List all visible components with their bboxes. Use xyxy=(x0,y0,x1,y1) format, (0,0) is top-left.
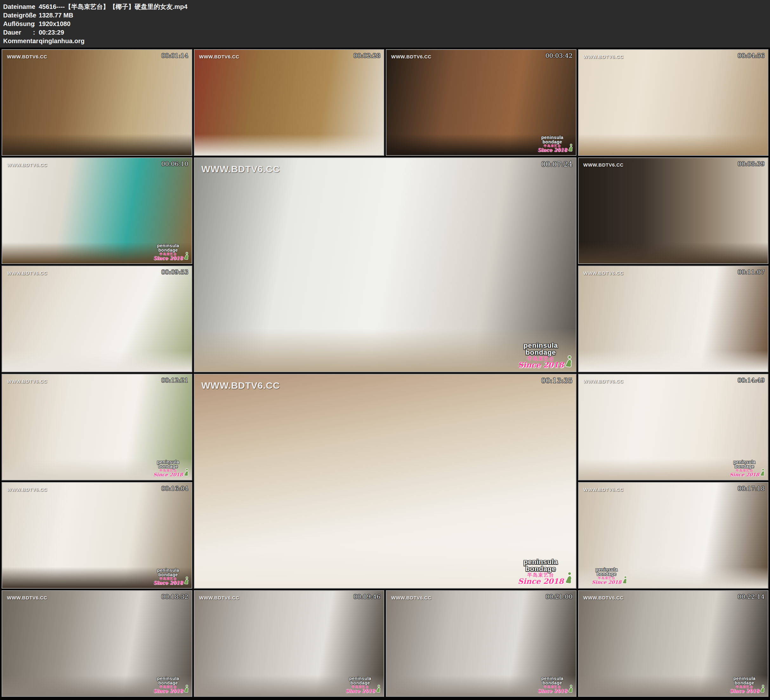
watermark-text: WWW.BDTV6.CC xyxy=(7,162,47,167)
meta-row-filename: Dateiname : 45616----【半岛束艺台】【椰子】硬盘里的女友.m… xyxy=(3,3,767,11)
logo-line-4: Since 2018 xyxy=(153,689,183,694)
meta-label: Kommentar xyxy=(3,37,33,45)
meta-colon: : xyxy=(33,3,39,11)
logo-line-4: Since 2018 xyxy=(730,473,759,477)
timestamp-overlay: 00:06:10 xyxy=(161,160,188,167)
video-thumbnail-00-02-28: WWW.BDTV6.CC 00:02:28 xyxy=(194,49,385,156)
logo-line-1: peninsula xyxy=(733,676,756,681)
file-metadata-header: Dateiname : 45616----【半岛束艺台】【椰子】硬盘里的女友.m… xyxy=(0,0,770,48)
video-thumbnail-00-08-39: WWW.BDTV6.CC 00:08:39 xyxy=(578,157,769,264)
video-thumbnail-00-04-56: WWW.BDTV6.CC 00:04:56 xyxy=(578,49,769,156)
watermark-text: WWW.BDTV6.CC xyxy=(391,595,432,600)
meta-row-filesize: Dateigröße : 1328.77 MB xyxy=(3,11,767,19)
peninsula-bondage-logo: peninsula bondage 半岛束艺台 Since 2018 xyxy=(153,676,189,694)
logo-line-4: Since 2018 xyxy=(730,689,759,694)
thumbnail-grid: WWW.BDTV6.CC 00:01:14 WWW.BDTV6.CC 00:02… xyxy=(0,48,770,698)
meta-row-resolution: Auflösung : 1920x1080 xyxy=(3,19,767,28)
logo-line-4: Since 2018 xyxy=(518,578,564,585)
timestamp-overlay: 00:14:49 xyxy=(738,377,765,384)
video-thumbnail-00-01-14: WWW.BDTV6.CC 00:01:14 xyxy=(2,49,192,156)
logo-text-block: peninsula bondage 半岛束艺台 Since 2018 xyxy=(730,676,759,694)
timestamp-overlay: 00:09:53 xyxy=(161,269,188,275)
logo-text-block: peninsula bondage 半岛束艺台 Since 2018 xyxy=(153,568,183,585)
logo-line-2: bondage xyxy=(735,464,754,469)
video-thumbnail-00-07-24: WWW.BDTV6.CC 00:07:24 peninsula bondage … xyxy=(194,157,576,372)
watermark-text: WWW.BDTV6.CC xyxy=(7,271,47,276)
watermark-text: WWW.BDTV6.CC xyxy=(199,54,239,59)
timestamp-overlay: 00:17:18 xyxy=(738,485,765,492)
meta-value-filesize: 1328.77 MB xyxy=(39,11,767,19)
meta-value-resolution: 1920x1080 xyxy=(39,19,767,28)
watermark-text: WWW.BDTV6.CC xyxy=(584,162,624,167)
kneeling-figure-icon xyxy=(565,355,573,369)
kneeling-figure-icon xyxy=(568,143,573,152)
logo-line-1: peninsula xyxy=(595,567,618,572)
logo-line-1: peninsula xyxy=(349,676,372,681)
watermark-text: WWW.BDTV6.CC xyxy=(391,54,432,59)
timestamp-overlay: 00:11:07 xyxy=(738,269,765,275)
timestamp-overlay: 00:01:14 xyxy=(161,52,188,59)
logo-line-4: Since 2018 xyxy=(153,256,183,261)
logo-line-1: peninsula xyxy=(157,460,179,464)
video-thumbnail-00-16-04: WWW.BDTV6.CC 00:16:04 peninsula bondage … xyxy=(2,482,192,589)
watermark-text: WWW.BDTV6.CC xyxy=(7,379,47,384)
timestamp-overlay: 00:18:32 xyxy=(161,593,188,600)
meta-colon: : xyxy=(33,37,39,45)
logo-line-2: bondage xyxy=(735,681,754,685)
logo-line-2: bondage xyxy=(351,681,370,685)
video-thumbnail-00-17-18: WWW.BDTV6.CC 00:17:18 peninsula bondage … xyxy=(578,482,769,589)
peninsula-bondage-logo: peninsula bondage 半岛束艺台 Since 2018 xyxy=(153,568,189,585)
peninsula-bondage-logo: peninsula bondage 半岛束艺台 Since 2018 xyxy=(518,342,573,369)
timestamp-overlay: 00:19:46 xyxy=(353,593,380,600)
logo-line-2: bondage xyxy=(158,248,178,252)
logo-text-block: peninsula bondage 半岛束艺台 Since 2018 xyxy=(518,559,564,585)
video-thumbnail-00-18-32: WWW.BDTV6.CC 00:18:32 peninsula bondage … xyxy=(2,590,192,697)
peninsula-bondage-logo: peninsula bondage 半岛束艺台 Since 2018 xyxy=(537,676,573,694)
logo-line-2: bondage xyxy=(542,139,562,144)
logo-line-1: peninsula xyxy=(157,568,179,572)
video-thumbnail-00-11-07: WWW.BDTV6.CC 00:11:07 xyxy=(578,266,769,372)
watermark-text: WWW.BDTV6.CC xyxy=(584,271,624,276)
peninsula-bondage-logo: peninsula bondage 半岛束艺台 Since 2018 xyxy=(730,676,765,694)
meta-label: Dauer xyxy=(3,28,33,37)
kneeling-figure-icon xyxy=(184,684,189,694)
watermark-text: WWW.BDTV6.CC xyxy=(7,487,47,492)
meta-row-duration: Dauer : 00:23:29 xyxy=(3,28,767,37)
meta-value-duration: 00:23:29 xyxy=(39,28,767,37)
timestamp-overlay: 00:12:21 xyxy=(161,377,188,384)
timestamp-overlay: 00:04:56 xyxy=(738,52,765,59)
logo-line-2: bondage xyxy=(526,565,556,572)
video-thumbnail-00-14-49: WWW.BDTV6.CC 00:14:49 peninsula bondage … xyxy=(578,374,769,480)
logo-line-4: Since 2018 xyxy=(153,473,183,477)
watermark-text: WWW.BDTV6.CC xyxy=(584,595,624,600)
peninsula-bondage-logo: peninsula bondage 半岛束艺台 Since 2018 xyxy=(537,135,573,152)
logo-line-2: bondage xyxy=(526,349,556,356)
logo-text-block: peninsula bondage 半岛束艺台 Since 2018 xyxy=(153,243,183,261)
logo-line-4: Since 2018 xyxy=(537,148,567,152)
meta-colon: : xyxy=(33,11,39,19)
peninsula-bondage-logo: peninsula bondage 半岛束艺台 Since 2018 xyxy=(346,676,381,694)
peninsula-bondage-logo: peninsula bondage 半岛束艺台 Since 2018 xyxy=(153,243,189,261)
logo-line-2: bondage xyxy=(542,681,562,685)
logo-line-2: bondage xyxy=(597,572,616,576)
logo-line-2: bondage xyxy=(158,572,178,577)
kneeling-figure-icon xyxy=(760,684,765,694)
meta-value-filename: 45616----【半岛束艺台】【椰子】硬盘里的女友.mp4 xyxy=(39,3,767,11)
kneeling-figure-icon xyxy=(565,571,573,585)
video-thumbnail-00-03-42: WWW.BDTV6.CC 00:03:42 peninsula bondage … xyxy=(386,49,576,156)
video-thumbnail-00-12-21: WWW.BDTV6.CC 00:12:21 peninsula bondage … xyxy=(2,374,192,480)
logo-line-1: peninsula xyxy=(541,676,563,681)
meta-label: Dateigröße xyxy=(3,11,33,19)
logo-line-4: Since 2018 xyxy=(592,580,621,585)
logo-text-block: peninsula bondage 半岛束艺台 Since 2018 xyxy=(153,460,183,477)
video-thumbnail-00-22-14: WWW.BDTV6.CC 00:22:14 peninsula bondage … xyxy=(578,590,769,697)
timestamp-overlay: 00:13:35 xyxy=(541,377,573,385)
kneeling-figure-icon xyxy=(375,684,381,694)
logo-line-2: bondage xyxy=(158,464,178,469)
watermark-text: WWW.BDTV6.CC xyxy=(199,595,239,600)
timestamp-overlay: 00:16:04 xyxy=(161,485,188,492)
timestamp-overlay: 00:07:24 xyxy=(541,160,573,168)
timestamp-overlay: 00:02:28 xyxy=(353,52,380,59)
kneeling-figure-icon xyxy=(184,468,189,477)
kneeling-figure-icon xyxy=(184,576,189,585)
